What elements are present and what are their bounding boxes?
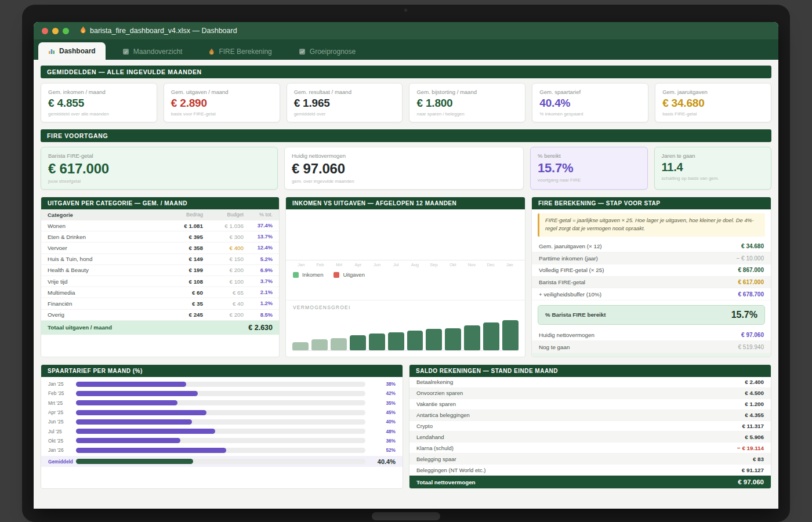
table-row: Wonen€ 1.081€ 1.03637.4% <box>41 220 279 231</box>
stat-label: Gem. spaartarief <box>539 89 641 95</box>
stat-card-expenses: Gem. uitgaven / maand € 2.890 basis voor… <box>164 83 280 122</box>
table-row: Vrije tijd€ 108€ 1003.7% <box>41 276 279 287</box>
stat-label: % bereikt <box>538 153 640 159</box>
account-row: Beleggingen (NT World etc.)€ 91.127 <box>409 465 771 476</box>
memo-icon <box>122 48 129 55</box>
account-row: Belegging spaar€ 83 <box>409 454 771 465</box>
table-row: Huis & Tuin, hond€ 149€ 1505.2% <box>41 254 279 265</box>
stat-value: € 2.890 <box>171 97 273 110</box>
stat-sub: jouw streefgetal <box>48 179 270 184</box>
minimize-window-button[interactable] <box>52 28 59 34</box>
stat-value: € 97.060 <box>292 161 516 177</box>
savings-average-row: Gemiddeld 40.4% <box>41 456 403 467</box>
bar-chart-icon <box>48 48 55 55</box>
savings-bar-row: Feb '25 42% <box>41 389 403 398</box>
stat-label: Gem. inkomen / maand <box>48 89 150 95</box>
calc-row: Volledig FIRE-getal (× 25)€ 867.000 <box>532 264 771 277</box>
fire-progress-cards: Barista FIRE-getal € 617.000 jouw streef… <box>41 147 771 190</box>
stat-label: Gem. resultaat / maand <box>294 89 396 95</box>
fire-card-percent: % bereikt 15.7% voortgang naar FIRE <box>530 147 647 190</box>
flame-icon <box>209 48 215 55</box>
legend-uitgaven: Uitgaven <box>334 271 365 278</box>
wealth-bar <box>502 320 519 350</box>
stat-sub: gem. over ingevulde maanden <box>292 179 516 184</box>
table-row: Overig€ 245€ 2008.5% <box>41 310 279 321</box>
stat-card-result: Gem. resultaat / maand € 1.965 gemiddeld… <box>287 83 403 122</box>
app-window: barista_fire_dashboard_v4.xlsx — Dashboa… <box>34 22 778 509</box>
tab-maandoverzicht[interactable]: Maandoverzicht <box>113 43 193 60</box>
section-header-averages: GEMIDDELDEN — ALLE INGEVULDE MAANDEN <box>41 66 771 78</box>
wealth-bar <box>350 335 366 350</box>
stat-sub: naar sparen / beleggen <box>416 111 518 117</box>
tab-label: Groeiprognose <box>310 48 356 56</box>
tab-fire-berekening[interactable]: FIRE Berekening <box>199 43 281 60</box>
savings-bar-row: Apr '25 45% <box>41 408 403 417</box>
stat-value: 15.7% <box>538 161 640 176</box>
account-row: Antartica beleggingen€ 4.355 <box>409 410 771 421</box>
chart-up-icon <box>299 48 306 55</box>
stat-sub: % inkomen gespaard <box>539 111 641 117</box>
month-axis: JanFebMrtAprJunJulAugSepOktNovDecJan <box>286 260 525 267</box>
savings-bar-row: Jan '25 38% <box>41 379 403 389</box>
stat-sub: voortgang naar FIRE <box>538 177 640 183</box>
tab-dashboard[interactable]: Dashboard <box>38 42 106 60</box>
expenses-total-row: Totaal uitgaven / maand € 2.630 <box>41 321 279 335</box>
stat-label: Gem. uitgaven / maand <box>171 89 273 95</box>
legend-swatch-red <box>334 272 339 278</box>
fire-card-networth: Huidig nettovermogen € 97.060 gem. over … <box>284 147 524 190</box>
stat-sub: gemiddeld over alle maanden <box>48 111 150 117</box>
income-expenses-plot-area <box>286 209 525 260</box>
accounts-total-row: Totaal nettovermogen € 97.060 <box>409 476 771 488</box>
stat-card-income: Gem. inkomen / maand € 4.855 gemiddeld o… <box>41 83 157 122</box>
account-row: Vakantie sparen€ 1.200 <box>409 399 771 410</box>
savings-bar <box>76 410 206 415</box>
fire-percent-highlight: % Barista FIRE bereikt 15.7% <box>538 305 765 325</box>
wealth-bar <box>311 339 328 350</box>
wealth-growth-bars <box>292 315 519 351</box>
dock-pill <box>372 512 440 520</box>
years-to-go-row: Jaren te gaan (schatting) 11.4 jaar <box>532 353 771 357</box>
close-window-button[interactable] <box>42 28 48 34</box>
wealth-bar <box>464 325 480 350</box>
fire-calc-header: FIRE BEREKENING — STAP VOOR STAP <box>532 197 771 209</box>
stat-sub: basis voor FIRE-getal <box>171 111 273 117</box>
wealth-bar <box>445 328 461 350</box>
savings-bar <box>76 429 215 434</box>
stat-value: € 617.000 <box>48 161 270 177</box>
savings-bar-row: Jul '25 48% <box>41 426 403 436</box>
savings-bar <box>76 400 177 405</box>
fire-card-target: Barista FIRE-getal € 617.000 jouw streef… <box>41 147 278 190</box>
table-row: Eten & Drinken€ 395€ 30013.7% <box>41 231 279 242</box>
stat-value: € 4.855 <box>48 97 150 110</box>
maximize-window-button[interactable] <box>63 28 69 34</box>
tab-groeiprognose[interactable]: Groeiprognose <box>289 43 365 60</box>
stat-label: Huidig nettovermogen <box>292 153 516 159</box>
col-bedrag: Bedrag <box>162 212 203 218</box>
savings-bar <box>76 419 192 425</box>
stat-value: € 1.965 <box>294 97 396 110</box>
averages-cards: Gem. inkomen / maand € 4.855 gemiddeld o… <box>41 83 771 122</box>
stat-label: Barista FIRE-getal <box>48 153 270 159</box>
stat-label: Jaren te gaan <box>662 153 764 159</box>
table-row: Multimedia€ 60€ 652.1% <box>41 287 279 298</box>
savings-bar-row: Jun '25 40% <box>41 417 403 426</box>
dashboard-content: GEMIDDELDEN — ALLE INGEVULDE MAANDEN Gem… <box>34 60 778 495</box>
accounts-header: SALDO REKENINGEN — STAND EINDE MAAND <box>409 365 771 377</box>
fire-icon <box>80 26 86 35</box>
col-pct: % tot. <box>244 212 273 218</box>
stat-label: Gem. bijstorting / maand <box>416 89 518 95</box>
savings-bar <box>76 438 180 443</box>
savings-bar <box>76 391 198 396</box>
legend-swatch-green <box>293 272 299 278</box>
stat-sub: basis FIRE-getal <box>662 111 764 117</box>
calc-row: Nog te gaan€ 519.940 <box>532 341 771 353</box>
account-row: Betaalrekening€ 2.400 <box>409 377 771 388</box>
chart-legend: Inkomen Uitgaven <box>286 267 525 284</box>
savings-rate-header: SPAARTARIEF PER MAAND (%) <box>41 365 403 377</box>
window-title: barista_fire_dashboard_v4.xlsx — Dashboa… <box>80 26 237 35</box>
tab-label: Maandoverzicht <box>133 48 183 56</box>
income-vs-expenses-panel: INKOMEN VS UITGAVEN — AFGELOPEN 12 MAAND… <box>285 197 525 357</box>
table-row: Vervoer€ 358€ 40012.4% <box>41 242 279 253</box>
expenses-panel-header: UITGAVEN PER CATEGORIE — GEM. / MAAND <box>41 197 279 209</box>
calc-row: Huidig nettovermogen€ 97.060 <box>532 329 771 342</box>
